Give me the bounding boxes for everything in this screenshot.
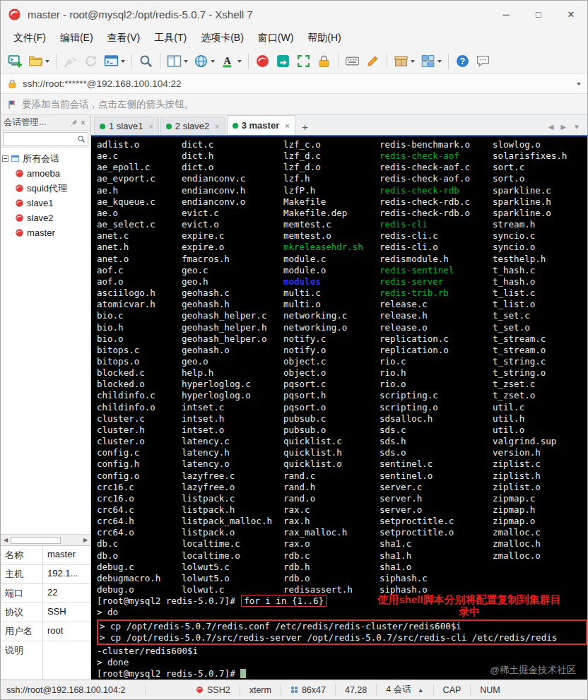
file-name: redis-server	[380, 276, 493, 287]
tab-menu-icon[interactable]: ▼	[573, 123, 580, 131]
terminal-screen[interactable]: adlist.oae.cae_epoll.cae_evport.cae.hae_…	[91, 136, 587, 680]
open-folder-button[interactable]	[26, 52, 52, 71]
file-name: notify.o	[283, 345, 380, 356]
search-button[interactable]	[136, 52, 155, 71]
file-name: intset.c	[182, 402, 283, 413]
terminal-area: 1 slave1×2 slave2×3 master×+ ◀ ▶ ▼ adlis…	[91, 115, 587, 680]
svg-text:A: A	[223, 55, 231, 66]
reconnect-button[interactable]	[81, 52, 100, 71]
status-label: NUM	[480, 685, 500, 695]
address-dropdown-icon[interactable]	[577, 83, 581, 85]
file-name: t_hash.o	[493, 276, 587, 287]
lock-button[interactable]	[314, 52, 334, 71]
session-item-master[interactable]: master	[2, 225, 89, 240]
menu-item[interactable]: 查看(V)	[100, 29, 148, 47]
help-button[interactable]: ?	[453, 52, 472, 71]
shell-prompt: [root@mysql2 redis-5.0.7]#	[97, 668, 240, 679]
panel-close-icon[interactable]: ×	[78, 118, 88, 128]
tree-expander-icon[interactable]	[2, 155, 8, 162]
session-label: slave1	[27, 198, 54, 208]
file-name: server.o	[380, 504, 493, 516]
all-sessions-node[interactable]: 所有会话	[2, 151, 89, 166]
file-name: debug.c	[97, 562, 182, 573]
tab-1slave1[interactable]: 1 slave1×	[94, 117, 159, 135]
horizontal-scrollbar[interactable]: ◀ ▶	[1, 534, 90, 545]
file-name: module.c	[283, 254, 380, 265]
tab-2slave2[interactable]: 2 slave2×	[160, 117, 225, 135]
file-name: geo.o	[182, 356, 283, 367]
scrollbar-thumb[interactable]	[11, 537, 61, 544]
new-terminal-button[interactable]	[6, 52, 25, 71]
status-num-lock: NUM	[470, 684, 509, 696]
session-label: slave2	[27, 213, 54, 223]
pin-icon[interactable]	[70, 119, 78, 127]
keyboard-button[interactable]	[343, 52, 362, 71]
menu-item[interactable]: 编辑(E)	[53, 29, 100, 47]
pencil-button[interactable]	[363, 52, 382, 71]
window-grid-button[interactable]	[418, 52, 444, 71]
toolbar-separator	[448, 54, 449, 69]
property-value[interactable]	[43, 641, 90, 680]
file-name: redis-check-rdb.o	[380, 208, 493, 219]
chat-button[interactable]	[474, 52, 493, 71]
tab-3master[interactable]: 3 master×	[227, 115, 295, 135]
globe-button[interactable]	[192, 52, 217, 71]
font-button[interactable]: A	[218, 52, 244, 71]
menu-item[interactable]: 选项卡(B)	[194, 29, 251, 47]
file-name: ziplist.h	[493, 470, 587, 482]
file-name: ae.h	[97, 185, 182, 196]
new-tab-button[interactable]: +	[298, 118, 313, 135]
property-value[interactable]: 22	[43, 584, 90, 603]
property-value[interactable]: root	[43, 622, 90, 641]
file-name: t_list.o	[493, 299, 587, 310]
session-item-amoeba[interactable]: amoeba	[2, 166, 89, 181]
connection-icon	[196, 686, 204, 694]
menu-item[interactable]: 工具(T)	[147, 29, 194, 47]
file-name: notify.c	[283, 333, 380, 345]
menu-item[interactable]: 窗口(W)	[251, 29, 301, 47]
toolbar-separator	[56, 54, 57, 69]
xagent-button[interactable]	[253, 52, 272, 71]
minimize-button[interactable]: ─	[490, 1, 522, 28]
close-button[interactable]: ✕	[555, 1, 587, 28]
status-label: CAP	[443, 685, 461, 695]
session-search-input[interactable]	[3, 132, 88, 146]
fullscreen-button[interactable]	[294, 52, 313, 71]
scrollbar-track[interactable]	[11, 536, 81, 545]
session-item-slave2[interactable]: slave2	[2, 210, 89, 225]
menu-item[interactable]: 文件(F)	[6, 29, 53, 47]
tab-scroll-right-icon[interactable]: ▶	[560, 123, 566, 131]
tab-close-icon[interactable]: ×	[148, 122, 153, 131]
scroll-left-icon[interactable]: ◀	[1, 537, 11, 543]
menu-item[interactable]: 帮助(H)	[300, 29, 348, 47]
window-title: master - root@mysql2:/opt/redis-5.0.7 - …	[28, 8, 490, 20]
file-name: lazyfree.c	[182, 470, 283, 482]
address-input[interactable]: ssh://root:******@192.168.100.104:22	[23, 78, 575, 89]
terminal-line: > cp /opt/redis-5.0.7/redis.conf /etc/re…	[100, 621, 586, 632]
xftp-button[interactable]	[274, 52, 293, 71]
file-name: config.h	[97, 458, 182, 470]
title-bar[interactable]: master - root@mysql2:/opt/redis-5.0.7 - …	[1, 1, 587, 28]
split-pane-button[interactable]	[165, 52, 190, 71]
tab-scroll-left-icon[interactable]: ◀	[548, 123, 554, 131]
dropdown-caret-icon	[184, 60, 188, 63]
package-button[interactable]	[392, 52, 417, 71]
tab-close-icon[interactable]: ×	[215, 122, 219, 131]
maximize-button[interactable]: □	[522, 1, 555, 28]
file-name: memtest.o	[283, 230, 380, 242]
file-name: dict.h	[182, 150, 283, 162]
file-name: lolwut5.o	[182, 573, 283, 584]
session-item-squid[interactable]: squid代理	[2, 181, 89, 196]
address-bar[interactable]: ssh://root:******@192.168.100.104:22	[1, 74, 587, 94]
up-arrow-icon[interactable]: ▲	[418, 687, 424, 694]
file-name: db.c	[97, 538, 182, 550]
highlight-box: for i in {1..6}	[241, 595, 327, 607]
property-value[interactable]: master	[43, 546, 90, 564]
scroll-right-icon[interactable]: ▶	[81, 537, 90, 543]
disconnect-button[interactable]	[61, 52, 80, 71]
property-value[interactable]: SSH	[43, 603, 90, 622]
property-value[interactable]: 192.1...	[43, 565, 90, 583]
terminal-window-button[interactable]	[102, 52, 127, 71]
tab-close-icon[interactable]: ×	[285, 121, 289, 130]
session-item-slave1[interactable]: slave1	[2, 196, 89, 210]
